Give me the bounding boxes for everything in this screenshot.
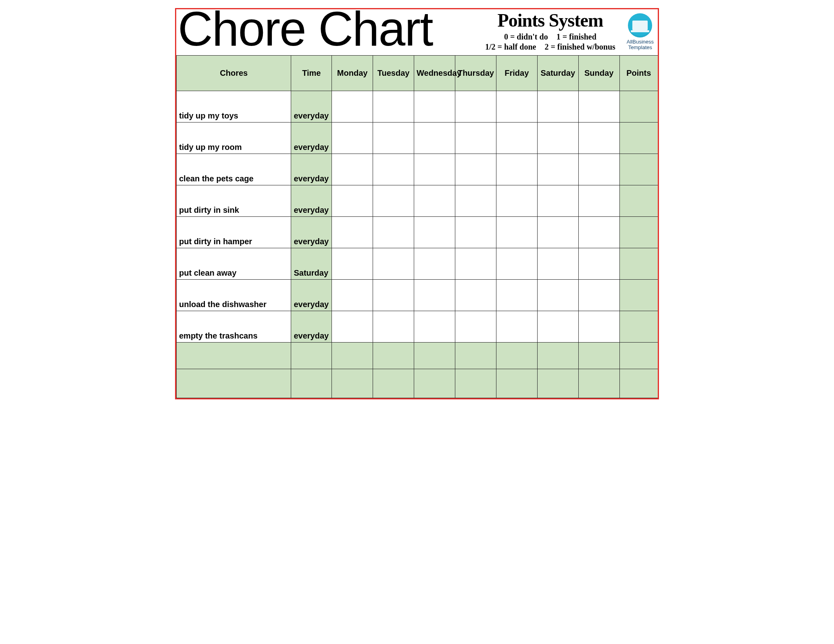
cell-empty [291,343,332,369]
cell-day[interactable] [373,248,414,280]
cell-day[interactable] [414,217,455,248]
table-row: unload the dishwashereveryday [177,280,658,311]
header: Chore Chart Points System 0 = didn't do … [176,9,658,55]
cell-day[interactable] [455,91,496,123]
cell-day[interactable] [414,91,455,123]
cell-day[interactable] [578,217,619,248]
cell-day[interactable] [332,123,373,154]
cell-day[interactable] [373,185,414,217]
cell-day[interactable] [578,280,619,311]
cell-day[interactable] [455,185,496,217]
cell-day[interactable] [455,154,496,185]
cell-day[interactable] [414,154,455,185]
cell-day[interactable] [537,185,578,217]
legend-2: 2 = finished w/bonus [544,42,615,52]
cell-empty [455,369,496,398]
cell-day[interactable] [537,311,578,343]
cell-day[interactable] [578,248,619,280]
cell-empty [578,369,619,398]
cell-points[interactable] [619,248,658,280]
cell-day[interactable] [578,123,619,154]
cell-day[interactable] [455,217,496,248]
cell-time: Saturday [291,248,332,280]
cell-day[interactable] [455,248,496,280]
cell-empty [177,369,291,398]
cell-day[interactable] [455,123,496,154]
cell-time: everyday [291,311,332,343]
cell-time: everyday [291,185,332,217]
cell-points[interactable] [619,154,658,185]
cell-day[interactable] [537,217,578,248]
cell-day[interactable] [414,123,455,154]
col-monday: Monday [332,56,373,91]
cell-points[interactable] [619,311,658,343]
col-wednesday: Wednesday [414,56,455,91]
cell-day[interactable] [332,280,373,311]
cell-day[interactable] [414,280,455,311]
cell-time: everyday [291,91,332,123]
cell-points[interactable] [619,91,658,123]
cell-day[interactable] [332,248,373,280]
cell-day[interactable] [373,154,414,185]
cell-day[interactable] [496,123,537,154]
points-legend: 0 = didn't do 1 = finished 1/2 = half do… [482,32,619,52]
col-tuesday: Tuesday [373,56,414,91]
cell-chore: clean the pets cage [177,154,291,185]
cell-day[interactable] [373,91,414,123]
cell-empty [177,343,291,369]
cell-points[interactable] [619,123,658,154]
cell-day[interactable] [537,91,578,123]
cell-day[interactable] [332,185,373,217]
cell-day[interactable] [496,280,537,311]
cell-day[interactable] [496,217,537,248]
cell-empty [373,343,414,369]
cell-day[interactable] [414,185,455,217]
col-thursday: Thursday [455,56,496,91]
cell-day[interactable] [578,154,619,185]
cell-day[interactable] [332,91,373,123]
cell-empty [414,369,455,398]
cell-points[interactable] [619,185,658,217]
col-saturday: Saturday [537,56,578,91]
cell-day[interactable] [578,311,619,343]
cell-day[interactable] [332,311,373,343]
cell-empty [332,369,373,398]
cell-day[interactable] [373,123,414,154]
cell-day[interactable] [373,311,414,343]
chore-chart-document: Chore Chart Points System 0 = didn't do … [167,0,667,424]
col-friday: Friday [496,56,537,91]
table-body: tidy up my toyseverydaytidy up my roomev… [177,91,658,398]
cell-day[interactable] [455,311,496,343]
header-row: Chores Time Monday Tuesday Wednesday Thu… [177,56,658,91]
cell-day[interactable] [578,185,619,217]
cell-empty [291,369,332,398]
cell-day[interactable] [373,280,414,311]
cell-points[interactable] [619,280,658,311]
table-row: tidy up my toyseveryday [177,91,658,123]
cell-day[interactable] [537,248,578,280]
col-points: Points [619,56,658,91]
page-title: Chore Chart [178,4,433,53]
cell-chore: put dirty in hamper [177,217,291,248]
cell-empty [332,343,373,369]
cell-day[interactable] [578,91,619,123]
cell-empty [455,343,496,369]
cell-day[interactable] [332,154,373,185]
cell-day[interactable] [496,154,537,185]
cell-day[interactable] [537,280,578,311]
cell-day[interactable] [537,154,578,185]
legend-0: 0 = didn't do [504,32,548,42]
cell-day[interactable] [332,217,373,248]
cell-day[interactable] [414,248,455,280]
cell-day[interactable] [373,217,414,248]
cell-points[interactable] [619,217,658,248]
cell-day[interactable] [496,311,537,343]
cell-day[interactable] [496,248,537,280]
cell-day[interactable] [537,123,578,154]
cell-day[interactable] [496,91,537,123]
cell-day[interactable] [455,280,496,311]
cell-day[interactable] [496,185,537,217]
cell-empty [537,369,578,398]
cell-day[interactable] [414,311,455,343]
table-row-empty [177,369,658,398]
